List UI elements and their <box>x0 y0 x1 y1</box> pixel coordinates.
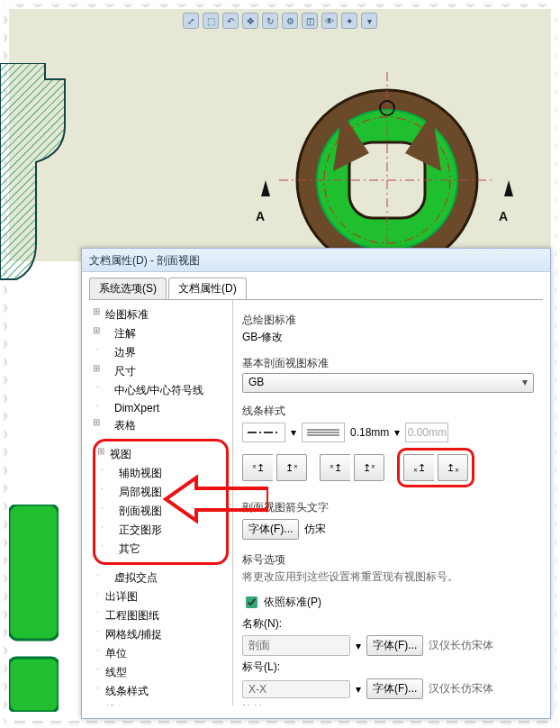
tab-document-properties[interactable]: 文档属性(D) <box>168 278 247 299</box>
arrow-style-btn[interactable]: ₓ↥ <box>403 454 434 481</box>
font-button[interactable]: 字体(F)... <box>366 678 423 699</box>
line-width-value: 0.18mm <box>350 426 389 439</box>
dropdown-icon[interactable]: ▾ <box>356 683 361 696</box>
section-arrow-left-icon <box>261 180 270 196</box>
tree-item[interactable]: 表格 <box>93 416 229 435</box>
by-standard-label: 依照标准(P) <box>264 595 321 610</box>
section-profile-left <box>0 63 68 288</box>
line-pattern-2-icon[interactable] <box>302 423 345 442</box>
zoom-prev-icon[interactable]: ↶ <box>222 13 239 29</box>
tree-item[interactable]: 线型 <box>93 663 229 682</box>
base-standard-label: 基本剖面视图标准 <box>242 356 534 371</box>
tree-item[interactable]: 其它 <box>97 540 224 559</box>
tree-view-group-highlight: 视图 辅助视图 局部视图 剖面视图 正交图形 其它 <box>93 439 229 565</box>
tree-item[interactable]: 出详图 <box>93 587 229 606</box>
by-standard-checkbox[interactable] <box>246 596 257 608</box>
tree-item[interactable]: 虚拟交点 <box>93 569 229 587</box>
tab-system-options[interactable]: 系统选项(S) <box>89 278 167 299</box>
arrow-style-btn[interactable]: ↥ₓ <box>438 454 468 481</box>
rot-label: 旋转(R): <box>242 703 285 705</box>
svg-rect-8 <box>9 505 59 640</box>
overall-standard-value: GB-修改 <box>242 330 534 345</box>
tree-root[interactable]: 绘图标准 <box>93 305 229 324</box>
eye-hide-icon[interactable]: 👁 <box>321 13 338 29</box>
tree-item[interactable]: 线粗 <box>93 701 229 705</box>
tree-item[interactable]: 边界 <box>93 343 229 362</box>
tree-item[interactable]: 工程图图纸 <box>93 606 229 625</box>
tree-item[interactable]: 正交图形 <box>97 521 224 540</box>
settings-icon[interactable]: ⚙ <box>282 13 298 29</box>
line-pattern-1-icon[interactable] <box>242 423 285 442</box>
overall-standard-label: 总绘图标准 <box>242 313 534 328</box>
tree-section-view[interactable]: 剖面视图 <box>97 502 224 521</box>
tree-view-parent[interactable]: 视图 <box>97 445 224 464</box>
line-width-2: 0.00mm <box>405 423 448 442</box>
arrowtext-font-name: 仿宋 <box>304 522 326 537</box>
tree-item[interactable]: 局部视图 <box>97 483 224 502</box>
view-front-icon[interactable]: ◫ <box>302 13 318 29</box>
svg-rect-9 <box>9 658 59 712</box>
arrow-style-btn[interactable]: ↥ˣ <box>276 454 307 481</box>
mark-label: 标号(L): <box>242 660 285 675</box>
section-letter-right: A <box>499 209 508 223</box>
tree-item[interactable]: 单位 <box>93 644 229 663</box>
arrow-style-group-1: ˣ↥ ↥ˣ <box>242 454 307 481</box>
linestyle-label: 线条样式 <box>242 404 534 419</box>
tree-item[interactable]: 辅助视图 <box>97 464 224 483</box>
property-panel: 总绘图标准 GB-修改 基本剖面视图标准 GB 线条样式 ▾ 0.18mm ▾ … <box>233 300 543 705</box>
view-toolbar: ⤢ ⬚ ↶ ✥ ↻ ⚙ ◫ 👁 ✦ ▾ <box>179 9 381 32</box>
tree-item[interactable]: 注解 <box>93 324 229 343</box>
tree-item[interactable]: 线条样式 <box>93 682 229 701</box>
move-icon[interactable]: ✦ <box>341 13 357 29</box>
dialog-title: 文档属性(D) - 剖面视图 <box>82 249 550 272</box>
tree-item[interactable]: 尺寸 <box>93 362 229 381</box>
zoom-fit-icon[interactable]: ⤢ <box>183 13 199 29</box>
labelopt-label: 标号选项 <box>242 552 534 568</box>
name-label: 名称(N): <box>242 616 285 632</box>
arrow-style-highlight: ₓ↥ ↥ₓ <box>397 448 474 487</box>
mark-font-desc: 汉仪长仿宋体 <box>429 681 493 696</box>
dropdown-icon[interactable]: ▾ <box>356 640 361 652</box>
font-button[interactable]: 字体(F)... <box>242 519 299 540</box>
mark-input[interactable]: X-X <box>242 680 350 698</box>
arrow-style-btn[interactable]: ↥ˣ <box>354 454 384 481</box>
tree-item[interactable]: 网格线/捕捉 <box>93 625 229 644</box>
arrow-style-btn[interactable]: ˣ↥ <box>242 454 273 481</box>
font-button[interactable]: 字体(F)... <box>366 635 423 656</box>
options-icon[interactable]: ▾ <box>361 13 377 29</box>
property-tree[interactable]: 绘图标准 注解 边界 尺寸 中心线/中心符号线 DimXpert 表格 视图 辅… <box>89 300 233 705</box>
dropdown-icon[interactable]: ▾ <box>394 426 400 439</box>
arrow-style-btn[interactable]: ˣ↥ <box>320 454 350 481</box>
name-input[interactable]: 剖面 <box>242 635 350 656</box>
tree-item[interactable]: 中心线/中心符号线 <box>93 381 229 400</box>
pan-icon[interactable]: ✥ <box>242 13 258 29</box>
document-properties-dialog: 文档属性(D) - 剖面视图 系统选项(S) 文档属性(D) 绘图标准 注解 边… <box>81 248 551 719</box>
part-preview-left <box>9 505 59 712</box>
rebuild-icon[interactable]: ↻ <box>262 13 278 29</box>
arrow-style-group-2: ˣ↥ ↥ˣ <box>320 454 384 481</box>
zoom-window-icon[interactable]: ⬚ <box>203 13 219 29</box>
name-font-desc: 汉仪长仿宋体 <box>429 638 493 653</box>
dropdown-icon[interactable]: ▾ <box>291 426 296 439</box>
section-letter-left: A <box>256 209 265 223</box>
base-standard-combo[interactable]: GB <box>242 373 534 393</box>
arrowtext-label: 剖面视图箭头文字 <box>242 500 534 515</box>
tree-item[interactable]: DimXpert <box>93 400 229 416</box>
section-arrow-right-icon <box>504 180 513 196</box>
labelopt-desc: 将更改应用到这些设置将重置现有视图标号。 <box>242 569 534 585</box>
